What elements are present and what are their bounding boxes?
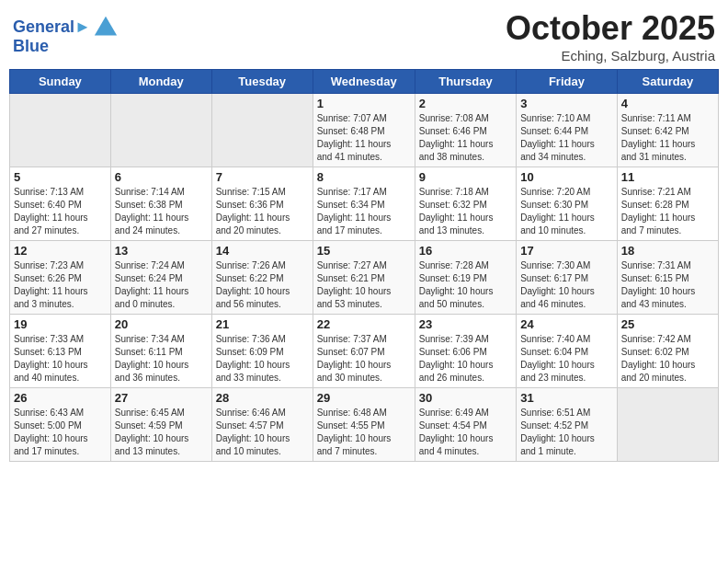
day-info: Sunrise: 7:17 AM Sunset: 6:34 PM Dayligh… — [317, 186, 411, 237]
calendar-cell — [10, 94, 111, 167]
day-info: Sunrise: 7:30 AM Sunset: 6:17 PM Dayligh… — [520, 259, 613, 311]
calendar-cell: 29Sunrise: 6:48 AM Sunset: 4:55 PM Dayli… — [313, 388, 415, 462]
calendar-cell: 27Sunrise: 6:45 AM Sunset: 4:59 PM Dayli… — [110, 388, 211, 462]
page-header: General► Blue October 2025 Eching, Salzb… — [9, 9, 719, 63]
day-number: 3 — [520, 97, 613, 110]
calendar-cell — [110, 94, 211, 167]
day-info: Sunrise: 7:10 AM Sunset: 6:44 PM Dayligh… — [520, 112, 613, 164]
day-info: Sunrise: 7:24 AM Sunset: 6:24 PM Dayligh… — [115, 259, 208, 311]
calendar-cell: 25Sunrise: 7:42 AM Sunset: 6:02 PM Dayli… — [617, 315, 718, 388]
location-subtitle: Eching, Salzburg, Austria — [506, 48, 715, 63]
calendar-body: 1Sunrise: 7:07 AM Sunset: 6:48 PM Daylig… — [10, 94, 719, 462]
calendar-cell: 9Sunrise: 7:18 AM Sunset: 6:32 PM Daylig… — [415, 167, 516, 241]
logo-icon — [93, 15, 119, 40]
calendar-cell — [211, 94, 313, 167]
day-number: 26 — [14, 391, 107, 405]
day-number: 7 — [216, 170, 309, 184]
day-number: 21 — [216, 317, 309, 331]
calendar-week-3: 12Sunrise: 7:23 AM Sunset: 6:26 PM Dayli… — [10, 241, 719, 315]
day-info: Sunrise: 7:15 AM Sunset: 6:36 PM Dayligh… — [216, 186, 309, 237]
calendar-cell: 18Sunrise: 7:31 AM Sunset: 6:15 PM Dayli… — [617, 241, 718, 315]
day-info: Sunrise: 7:36 AM Sunset: 6:09 PM Dayligh… — [216, 333, 309, 385]
day-number: 1 — [317, 97, 411, 110]
day-number: 30 — [419, 391, 512, 405]
day-info: Sunrise: 7:18 AM Sunset: 6:32 PM Dayligh… — [419, 186, 512, 237]
weekday-header-saturday: Saturday — [617, 70, 718, 94]
day-number: 13 — [115, 244, 208, 258]
calendar-week-2: 5Sunrise: 7:13 AM Sunset: 6:40 PM Daylig… — [10, 167, 719, 241]
day-number: 16 — [419, 244, 512, 258]
calendar-cell: 24Sunrise: 7:40 AM Sunset: 6:04 PM Dayli… — [517, 315, 618, 388]
day-info: Sunrise: 7:08 AM Sunset: 6:46 PM Dayligh… — [419, 112, 512, 164]
day-number: 28 — [216, 391, 309, 405]
weekday-header-sunday: Sunday — [10, 70, 111, 94]
calendar-cell: 26Sunrise: 6:43 AM Sunset: 5:00 PM Dayli… — [10, 388, 111, 462]
day-info: Sunrise: 7:42 AM Sunset: 6:02 PM Dayligh… — [621, 333, 714, 385]
calendar-table: SundayMondayTuesdayWednesdayThursdayFrid… — [9, 69, 719, 462]
weekday-header-tuesday: Tuesday — [211, 70, 313, 94]
day-info: Sunrise: 7:26 AM Sunset: 6:22 PM Dayligh… — [216, 259, 309, 311]
day-info: Sunrise: 6:45 AM Sunset: 4:59 PM Dayligh… — [115, 407, 208, 458]
day-info: Sunrise: 7:07 AM Sunset: 6:48 PM Dayligh… — [317, 112, 411, 164]
day-number: 10 — [520, 170, 613, 184]
day-info: Sunrise: 7:13 AM Sunset: 6:40 PM Dayligh… — [14, 186, 107, 237]
calendar-cell: 19Sunrise: 7:33 AM Sunset: 6:13 PM Dayli… — [10, 315, 111, 388]
day-info: Sunrise: 7:28 AM Sunset: 6:19 PM Dayligh… — [419, 259, 512, 311]
calendar-cell: 23Sunrise: 7:39 AM Sunset: 6:06 PM Dayli… — [415, 315, 516, 388]
day-info: Sunrise: 7:11 AM Sunset: 6:42 PM Dayligh… — [621, 112, 714, 164]
calendar-cell: 21Sunrise: 7:36 AM Sunset: 6:09 PM Dayli… — [211, 315, 313, 388]
calendar-cell: 20Sunrise: 7:34 AM Sunset: 6:11 PM Dayli… — [110, 315, 211, 388]
day-number: 31 — [520, 391, 613, 405]
day-number: 14 — [216, 244, 309, 258]
calendar-cell: 11Sunrise: 7:21 AM Sunset: 6:28 PM Dayli… — [617, 167, 718, 241]
weekday-header-wednesday: Wednesday — [313, 70, 415, 94]
day-info: Sunrise: 7:27 AM Sunset: 6:21 PM Dayligh… — [317, 259, 411, 311]
day-number: 17 — [520, 244, 613, 258]
day-number: 6 — [115, 170, 208, 184]
logo-text: General► — [13, 18, 91, 37]
calendar-cell: 1Sunrise: 7:07 AM Sunset: 6:48 PM Daylig… — [313, 94, 415, 167]
calendar-week-4: 19Sunrise: 7:33 AM Sunset: 6:13 PM Dayli… — [10, 315, 719, 388]
calendar-cell: 5Sunrise: 7:13 AM Sunset: 6:40 PM Daylig… — [10, 167, 111, 241]
weekday-header-monday: Monday — [110, 70, 211, 94]
day-info: Sunrise: 6:43 AM Sunset: 5:00 PM Dayligh… — [14, 407, 107, 458]
day-number: 11 — [621, 170, 714, 184]
weekday-header-thursday: Thursday — [415, 70, 516, 94]
day-info: Sunrise: 7:39 AM Sunset: 6:06 PM Dayligh… — [419, 333, 512, 385]
day-number: 24 — [520, 317, 613, 331]
day-number: 18 — [621, 244, 714, 258]
calendar-cell: 3Sunrise: 7:10 AM Sunset: 6:44 PM Daylig… — [517, 94, 618, 167]
calendar-week-1: 1Sunrise: 7:07 AM Sunset: 6:48 PM Daylig… — [10, 94, 719, 167]
logo: General► Blue — [13, 15, 119, 56]
calendar-cell: 12Sunrise: 7:23 AM Sunset: 6:26 PM Dayli… — [10, 241, 111, 315]
calendar-cell: 15Sunrise: 7:27 AM Sunset: 6:21 PM Dayli… — [313, 241, 415, 315]
calendar-cell: 31Sunrise: 6:51 AM Sunset: 4:52 PM Dayli… — [517, 388, 618, 462]
calendar-cell: 17Sunrise: 7:30 AM Sunset: 6:17 PM Dayli… — [517, 241, 618, 315]
day-number: 27 — [115, 391, 208, 405]
calendar-cell: 4Sunrise: 7:11 AM Sunset: 6:42 PM Daylig… — [617, 94, 718, 167]
weekday-header-row: SundayMondayTuesdayWednesdayThursdayFrid… — [10, 70, 719, 94]
day-number: 22 — [317, 317, 411, 331]
calendar-cell: 7Sunrise: 7:15 AM Sunset: 6:36 PM Daylig… — [211, 167, 313, 241]
calendar-cell: 14Sunrise: 7:26 AM Sunset: 6:22 PM Dayli… — [211, 241, 313, 315]
day-info: Sunrise: 7:23 AM Sunset: 6:26 PM Dayligh… — [14, 259, 107, 311]
day-number: 9 — [419, 170, 512, 184]
day-info: Sunrise: 7:14 AM Sunset: 6:38 PM Dayligh… — [115, 186, 208, 237]
day-number: 2 — [419, 97, 512, 110]
day-info: Sunrise: 6:48 AM Sunset: 4:55 PM Dayligh… — [317, 407, 411, 458]
calendar-cell: 6Sunrise: 7:14 AM Sunset: 6:38 PM Daylig… — [110, 167, 211, 241]
day-number: 25 — [621, 317, 714, 331]
day-info: Sunrise: 7:34 AM Sunset: 6:11 PM Dayligh… — [115, 333, 208, 385]
day-info: Sunrise: 6:46 AM Sunset: 4:57 PM Dayligh… — [216, 407, 309, 458]
calendar-cell: 22Sunrise: 7:37 AM Sunset: 6:07 PM Dayli… — [313, 315, 415, 388]
day-number: 23 — [419, 317, 512, 331]
calendar-week-5: 26Sunrise: 6:43 AM Sunset: 5:00 PM Dayli… — [10, 388, 719, 462]
day-info: Sunrise: 7:33 AM Sunset: 6:13 PM Dayligh… — [14, 333, 107, 385]
calendar-cell: 13Sunrise: 7:24 AM Sunset: 6:24 PM Dayli… — [110, 241, 211, 315]
calendar-cell — [617, 388, 718, 462]
day-info: Sunrise: 7:21 AM Sunset: 6:28 PM Dayligh… — [621, 186, 714, 237]
calendar-cell: 28Sunrise: 6:46 AM Sunset: 4:57 PM Dayli… — [211, 388, 313, 462]
weekday-header-friday: Friday — [517, 70, 618, 94]
day-number: 8 — [317, 170, 411, 184]
day-info: Sunrise: 7:31 AM Sunset: 6:15 PM Dayligh… — [621, 259, 714, 311]
